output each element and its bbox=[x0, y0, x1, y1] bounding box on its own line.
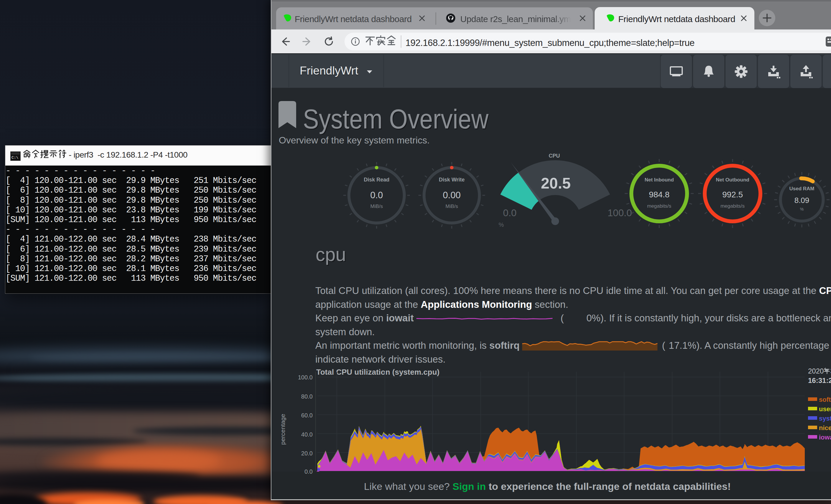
svg-text:992.5: 992.5 bbox=[722, 190, 743, 199]
svg-text:Used RAM: Used RAM bbox=[789, 186, 814, 191]
svg-text:%: % bbox=[800, 207, 804, 211]
svg-text:8.09: 8.09 bbox=[795, 196, 809, 205]
svg-text:Net Outbound: Net Outbound bbox=[716, 177, 749, 183]
svg-text:20.5: 20.5 bbox=[541, 175, 571, 192]
svg-text:0.0: 0.0 bbox=[370, 190, 383, 200]
svg-text:Net Inbound: Net Inbound bbox=[644, 177, 674, 183]
svg-text:984.8: 984.8 bbox=[649, 190, 669, 199]
svg-text:MiB/s: MiB/s bbox=[370, 204, 383, 209]
svg-text:%: % bbox=[498, 221, 504, 228]
svg-text:megabits/s: megabits/s bbox=[647, 203, 671, 209]
svg-text:MiB/s: MiB/s bbox=[446, 204, 458, 209]
svg-text:Disk Read: Disk Read bbox=[364, 177, 389, 183]
svg-text:Disk Write: Disk Write bbox=[439, 177, 465, 183]
svg-text:100.0: 100.0 bbox=[608, 207, 632, 218]
svg-text:CPU: CPU bbox=[549, 153, 560, 159]
svg-text:0.00: 0.00 bbox=[443, 190, 461, 200]
svg-text:0.0: 0.0 bbox=[503, 207, 517, 218]
svg-text:megabits/s: megabits/s bbox=[720, 203, 745, 209]
